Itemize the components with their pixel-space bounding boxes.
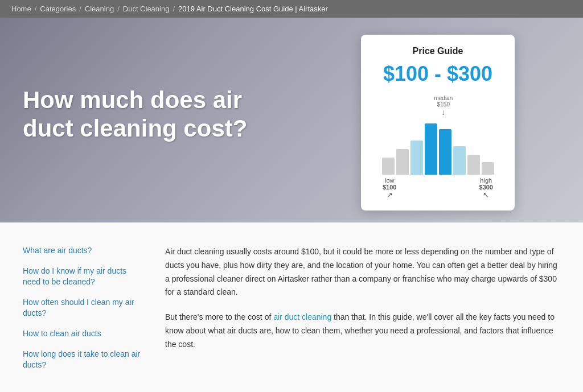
breadcrumb-home[interactable]: Home <box>11 5 31 13</box>
breadcrumb-sep-3: / <box>117 5 120 13</box>
bar-2 <box>396 149 409 175</box>
toc-item-1[interactable]: What are air ducts? <box>23 245 142 257</box>
median-label: median <box>434 95 453 101</box>
high-label-group: high $300 ↖ <box>479 177 493 199</box>
price-card-title: Price Guide <box>378 46 498 56</box>
bar-8 <box>482 162 494 175</box>
low-label-group: low $100 ↗ <box>383 177 396 199</box>
median-price: $150 <box>437 101 450 108</box>
breadcrumb-current: 2019 Air Duct Cleaning Cost Guide | Airt… <box>178 5 328 13</box>
price-chart: median $150 ↓ low $100 <box>378 95 498 199</box>
toc-item-4[interactable]: How to clean air ducts <box>23 328 142 340</box>
bar-3 <box>410 141 423 175</box>
toc-item-3[interactable]: How often should I clean my air ducts? <box>23 297 142 319</box>
bar-4 <box>425 123 437 175</box>
high-tag: high <box>479 177 493 184</box>
toc-item-5[interactable]: How long does it take to clean air ducts… <box>23 349 142 371</box>
breadcrumb-categories[interactable]: Categories <box>40 5 76 13</box>
hero-title: How much does air duct cleaning cost? <box>23 86 262 143</box>
hero-section: How much does air duct cleaning cost? Pr… <box>0 18 583 222</box>
price-guide-card: Price Guide $100 - $300 median $150 ↓ <box>361 35 515 211</box>
low-tag: low <box>383 177 396 184</box>
breadcrumb-cleaning[interactable]: Cleaning <box>85 5 114 13</box>
breadcrumb-sep-2: / <box>79 5 81 13</box>
low-price-label: $100 <box>383 184 396 191</box>
content-paragraph-2: But there's more to the cost of air duct… <box>165 311 560 351</box>
toc-item-2[interactable]: How do I know if my air ducts need to be… <box>23 266 142 288</box>
bar-5 <box>439 129 451 175</box>
price-range: $100 - $300 <box>378 62 498 86</box>
main-content: Air duct cleaning usually costs around $… <box>165 245 560 380</box>
bar-6 <box>453 146 466 175</box>
breadcrumb-sep-4: / <box>173 5 175 13</box>
para2-before: But there's more to the cost of <box>165 312 273 321</box>
table-of-contents: What are air ducts? How do I know if my … <box>23 245 142 380</box>
content-section: What are air ducts? How do I know if my … <box>0 222 583 392</box>
high-price-label: $300 <box>479 184 493 191</box>
content-paragraph-1: Air duct cleaning usually costs around $… <box>165 245 560 299</box>
bar-7 <box>467 155 480 175</box>
air-duct-cleaning-link[interactable]: air duct cleaning <box>273 312 331 321</box>
breadcrumb-sep-1: / <box>35 5 37 13</box>
breadcrumb-duct-cleaning[interactable]: Duct Cleaning <box>123 5 170 13</box>
breadcrumb: Home / Categories / Cleaning / Duct Clea… <box>0 0 583 18</box>
bar-1 <box>382 158 395 175</box>
